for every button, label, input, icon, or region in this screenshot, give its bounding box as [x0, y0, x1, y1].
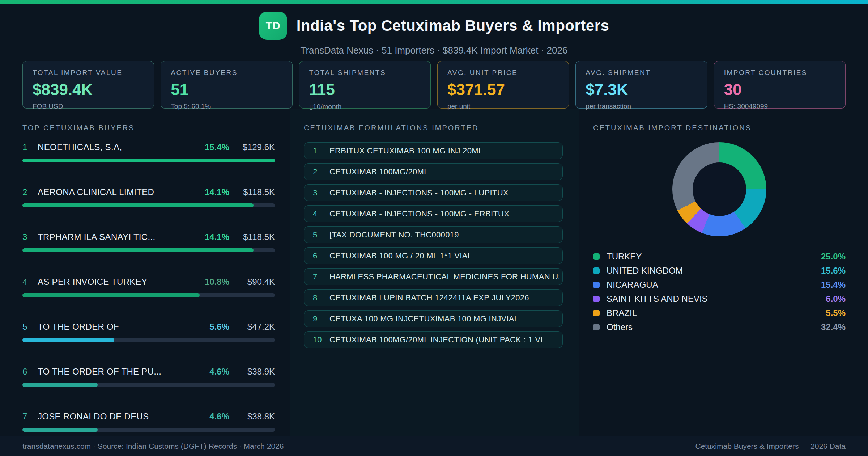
- buyer-amount: $129.6K: [234, 142, 275, 152]
- buyer-amount: $47.2K: [234, 322, 275, 332]
- buyer-bar-track: [22, 159, 275, 162]
- stat-value: 51: [171, 81, 282, 99]
- buyer-bar-fill: [22, 383, 98, 387]
- legend-swatch: [593, 267, 600, 274]
- buyer-rank: 2: [22, 187, 38, 197]
- stat-value: $839.4K: [33, 81, 144, 99]
- formulation-item: 4CETUXIMAB - INJECTIONS - 100MG - ERBITU…: [304, 205, 563, 222]
- buyer-row: 3TRPHARM ILA SANAYI TIC...14.1%$118.5K: [22, 232, 275, 277]
- stat-sub: Top 5: 60.1%: [171, 102, 282, 110]
- legend-item: TURKEY25.0%: [593, 249, 846, 263]
- formulation-item: 8CETUXIMAB LUPIN BATCH 1242411A EXP JULY…: [304, 289, 563, 306]
- legend-swatch: [593, 253, 600, 260]
- formulation-item: 1ERBITUX CETUXIMAB 100 MG INJ 20ML: [304, 142, 563, 159]
- formulation-item: 6CETUXIMAB 100 MG / 20 ML 1*1 VIAL: [304, 247, 563, 264]
- formulation-text: CETUXIMAB - INJECTIONS - 100MG - ERBITUX: [329, 209, 509, 219]
- formulation-rank: 5: [313, 230, 329, 240]
- buyer-name: TO THE ORDER OF: [38, 322, 119, 332]
- buyer-row-header: 5TO THE ORDER OF5.6%$47.2K: [22, 322, 275, 332]
- buyer-bar-track: [22, 203, 275, 207]
- buyer-share-percent: 14.1%: [205, 187, 229, 197]
- footer-source-text: transdatanexus.com · Source: Indian Cust…: [22, 442, 284, 451]
- stat-value: 30: [724, 81, 835, 99]
- stat-card: IMPORT COUNTRIES30HS: 30049099: [714, 61, 846, 109]
- stat-card: AVG. UNIT PRICE$371.57per unit: [437, 61, 569, 109]
- formulation-text: CETUXIMAB LUPIN BATCH 1242411A EXP JULY2…: [329, 293, 529, 303]
- buyer-row: 2AERONA CLINICAL LIMITED14.1%$118.5K: [22, 187, 275, 232]
- buyer-share-percent: 15.4%: [205, 142, 229, 152]
- buyer-bar-track: [22, 248, 275, 252]
- stat-card: AVG. SHIPMENT$7.3Kper transaction: [575, 61, 707, 109]
- legend-label: Others: [607, 322, 633, 332]
- buyer-row: 5TO THE ORDER OF5.6%$47.2K: [22, 322, 275, 367]
- buyer-name: TO THE ORDER OF THE PU...: [38, 367, 161, 377]
- header: TD India's Top Cetuximab Buyers & Import…: [0, 4, 868, 61]
- legend-value: 15.4%: [821, 280, 846, 290]
- legend-label: NICARAGUA: [607, 280, 658, 290]
- buyer-share-percent: 4.6%: [209, 411, 229, 422]
- stats-row: TOTAL IMPORT VALUE$839.4KFOB USDACTIVE B…: [22, 61, 846, 109]
- formulation-text: [TAX DOCUMENT NO. THC000019: [329, 230, 459, 240]
- legend-swatch: [593, 296, 600, 302]
- buyer-row: 1NEOETHICALS, S.A,15.4%$129.6K: [22, 142, 275, 187]
- legend-item: BRAZIL5.5%: [593, 306, 846, 320]
- buyer-bar-fill: [22, 203, 254, 207]
- buyer-row-header: 6TO THE ORDER OF THE PU...4.6%$38.9K: [22, 367, 275, 377]
- stat-label: AVG. SHIPMENT: [586, 69, 697, 77]
- buyer-bar-track: [22, 383, 275, 387]
- buyer-rank: 1: [22, 142, 38, 152]
- legend-swatch: [593, 282, 600, 288]
- stat-sub: FOB USD: [33, 102, 144, 110]
- formulation-text: CETUXIMAB 100MG/20ML INJECTION (UNIT PAC…: [329, 335, 543, 345]
- legend-swatch: [593, 324, 600, 330]
- formulation-rank: 1: [313, 146, 329, 156]
- stat-value: $7.3K: [586, 81, 697, 99]
- formulations-list: 1ERBITUX CETUXIMAB 100 MG INJ 20ML2CETUX…: [304, 142, 563, 348]
- top-buyers-panel: TOP CETUXIMAB BUYERS 1NEOETHICALS, S.A,1…: [22, 116, 275, 456]
- buyer-name: TRPHARM ILA SANAYI TIC...: [38, 232, 155, 242]
- buyer-row: 4AS PER INVOICE TURKEY10.8%$90.4K: [22, 277, 275, 322]
- legend-label: UNITED KINGDOM: [607, 266, 683, 276]
- stat-card: ACTIVE BUYERS51Top 5: 60.1%: [161, 61, 292, 109]
- formulation-rank: 9: [313, 314, 329, 324]
- column-divider-left: [290, 116, 290, 436]
- buyers-list: 1NEOETHICALS, S.A,15.4%$129.6K2AERONA CL…: [22, 142, 275, 456]
- formulation-item: 5[TAX DOCUMENT NO. THC000019: [304, 226, 563, 243]
- legend-label: BRAZIL: [607, 308, 637, 318]
- formulation-text: CETUXIMAB - INJECTIONS - 100MG - LUPITUX: [329, 188, 509, 198]
- buyer-name: NEOETHICALS, S.A,: [38, 142, 122, 152]
- legend-value: 25.0%: [821, 252, 846, 262]
- donut-hole: [693, 162, 746, 216]
- buyer-rank: 4: [22, 277, 38, 287]
- donut-chart-area: [593, 142, 846, 236]
- legend-item: Others32.4%: [593, 320, 846, 334]
- buyer-row-header: 1NEOETHICALS, S.A,15.4%$129.6K: [22, 142, 275, 152]
- stat-value: 115: [309, 81, 421, 99]
- legend-item: NICARAGUA15.4%: [593, 278, 846, 292]
- legend-item: UNITED KINGDOM15.6%: [593, 263, 846, 278]
- buyer-bar-fill: [22, 159, 275, 162]
- footer-report-label: Cetuximab Buyers & Importers — 2026 Data: [695, 442, 846, 451]
- buyer-bar-fill: [22, 293, 200, 297]
- legend-label: TURKEY: [607, 252, 642, 262]
- legend-value: 15.6%: [821, 266, 846, 276]
- buyer-amount: $90.4K: [234, 277, 275, 287]
- buyer-row-header: 2AERONA CLINICAL LIMITED14.1%$118.5K: [22, 187, 275, 197]
- buyer-amount: $118.5K: [234, 187, 275, 197]
- buyer-amount: $38.9K: [234, 367, 275, 377]
- buyer-share-percent: 5.6%: [209, 322, 229, 332]
- stat-label: AVG. UNIT PRICE: [447, 69, 559, 77]
- formulation-item: 10CETUXIMAB 100MG/20ML INJECTION (UNIT P…: [304, 331, 563, 348]
- formulation-item: 2CETUXIMAB 100MG/20ML: [304, 163, 563, 180]
- buyers-section-title: TOP CETUXIMAB BUYERS: [22, 124, 275, 132]
- buyer-bar-fill: [22, 248, 254, 252]
- main-content: TOP CETUXIMAB BUYERS 1NEOETHICALS, S.A,1…: [0, 116, 868, 436]
- formulation-rank: 6: [313, 251, 329, 261]
- buyer-bar-track: [22, 428, 275, 432]
- buyer-amount: $38.8K: [234, 411, 275, 422]
- formulation-rank: 2: [313, 167, 329, 177]
- formulations-section-title: CETUXIMAB FORMULATIONS IMPORTED: [304, 124, 563, 132]
- buyer-row: 6TO THE ORDER OF THE PU...4.6%$38.9K: [22, 367, 275, 411]
- buyer-rank: 3: [22, 232, 38, 242]
- formulation-text: ERBITUX CETUXIMAB 100 MG INJ 20ML: [329, 146, 483, 156]
